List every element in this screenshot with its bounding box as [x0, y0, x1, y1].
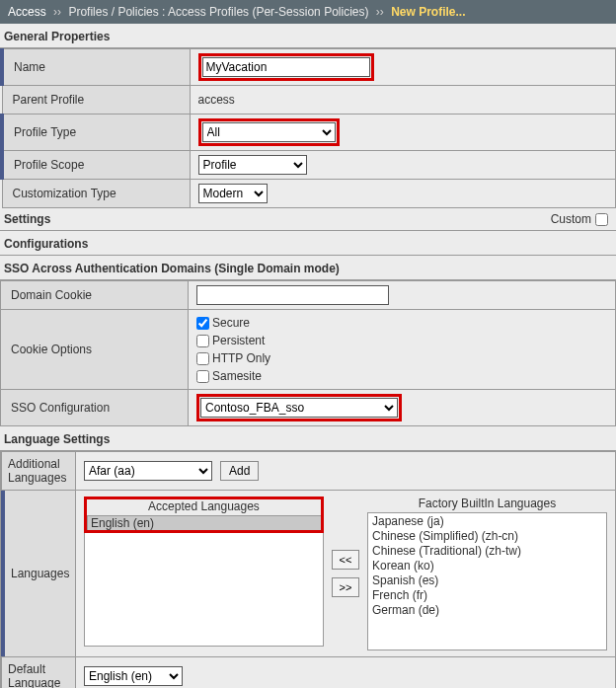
label-cookie-options: Cookie Options: [1, 310, 189, 390]
sso-configuration-select[interactable]: Contoso_FBA_sso: [200, 398, 398, 418]
label-additional-languages: Additional Languages: [1, 452, 76, 490]
httponly-checkbox[interactable]: [196, 352, 209, 365]
sso-table: Domain Cookie Cookie Options Secure Pers…: [0, 280, 616, 426]
accepted-language-item[interactable]: English (en): [88, 516, 321, 530]
breadcrumb: Access ›› Profiles / Policies : Access P…: [0, 0, 616, 24]
label-default-language: Default Language: [1, 657, 76, 688]
factory-languages-listbox[interactable]: Japanese (ja) Chinese (Simplified) (zh-c…: [367, 512, 607, 650]
highlight-sso-configuration: Contoso_FBA_sso: [196, 394, 402, 421]
factory-language-item[interactable]: German (de): [369, 603, 605, 618]
name-input[interactable]: [202, 57, 370, 77]
breadcrumb-path[interactable]: Profiles / Policies : Access Profiles (P…: [68, 5, 368, 19]
row-default-language: Default Language English (en): [0, 657, 616, 688]
factory-language-item[interactable]: Chinese (Simplified) (zh-cn): [369, 529, 605, 544]
value-parent-profile: access: [190, 86, 616, 115]
section-configurations: Configurations: [0, 231, 616, 256]
move-left-button[interactable]: <<: [332, 550, 359, 570]
move-right-button[interactable]: >>: [332, 577, 359, 597]
label-languages: Languages: [1, 491, 76, 656]
section-general-properties: General Properties: [0, 24, 616, 48]
row-additional-languages: Additional Languages Afar (aa) Add: [0, 451, 616, 491]
row-languages: Languages Accepted Languages English (en…: [0, 491, 616, 657]
additional-languages-select[interactable]: Afar (aa): [84, 461, 212, 481]
factory-language-item[interactable]: Japanese (ja): [369, 514, 605, 529]
accepted-languages-title: Accepted Languages: [87, 499, 321, 515]
secure-checkbox[interactable]: [196, 317, 209, 330]
accepted-languages-listbox[interactable]: [84, 530, 324, 647]
default-language-select[interactable]: English (en): [84, 666, 183, 686]
factory-language-item[interactable]: Chinese (Traditional) (zh-tw): [369, 544, 605, 559]
highlight-name: [198, 53, 374, 81]
section-language-settings: Language Settings: [0, 426, 616, 451]
factory-language-item[interactable]: French (fr): [369, 588, 605, 603]
factory-languages-column: Factory BuiltIn Languages Japanese (ja) …: [367, 497, 607, 650]
label-profile-type: Profile Type: [2, 115, 190, 151]
add-language-button[interactable]: Add: [220, 461, 259, 481]
label-name: Name: [2, 49, 190, 86]
language-movers: << >>: [324, 497, 367, 650]
factory-language-item[interactable]: Korean (ko): [369, 559, 605, 573]
profile-scope-select[interactable]: Profile: [198, 155, 307, 175]
label-profile-scope: Profile Scope: [2, 151, 190, 180]
general-properties-table: Name Parent Profile access Profile Type …: [0, 48, 616, 208]
label-sso-configuration: SSO Configuration: [1, 390, 189, 426]
profile-type-select[interactable]: All: [202, 122, 336, 142]
factory-language-item[interactable]: Spanish (es): [369, 573, 605, 588]
factory-languages-title: Factory BuiltIn Languages: [367, 497, 607, 512]
highlight-accepted-languages: Accepted Languages English (en): [84, 497, 324, 533]
label-parent-profile: Parent Profile: [2, 86, 190, 115]
section-sso: SSO Across Authentication Domains (Singl…: [0, 256, 616, 280]
languages-dual-list: Accepted Languages English (en) << >> Fa…: [84, 497, 607, 650]
breadcrumb-separator: ››: [53, 5, 61, 19]
custom-toggle-label[interactable]: Custom: [551, 212, 608, 226]
customization-type-select[interactable]: Modern: [198, 184, 268, 203]
accepted-languages-column: Accepted Languages English (en): [84, 497, 324, 650]
breadcrumb-current: New Profile...: [391, 5, 465, 19]
option-samesite[interactable]: Samesite: [196, 367, 607, 385]
domain-cookie-input[interactable]: [196, 285, 389, 305]
option-persistent[interactable]: Persistent: [196, 332, 607, 349]
breadcrumb-root[interactable]: Access: [8, 5, 46, 19]
highlight-profile-type: All: [198, 118, 340, 146]
samesite-checkbox[interactable]: [196, 370, 209, 383]
breadcrumb-separator: ››: [376, 5, 384, 19]
cookie-options-group: Secure Persistent HTTP Only Samesite: [196, 314, 607, 385]
label-customization-type: Customization Type: [2, 180, 190, 208]
custom-checkbox[interactable]: [595, 213, 608, 226]
persistent-checkbox[interactable]: [196, 335, 209, 347]
option-secure[interactable]: Secure: [196, 314, 607, 332]
label-domain-cookie: Domain Cookie: [1, 281, 189, 310]
section-settings: Settings Custom: [0, 208, 616, 231]
option-httponly[interactable]: HTTP Only: [196, 349, 607, 367]
settings-title: Settings: [4, 212, 50, 226]
